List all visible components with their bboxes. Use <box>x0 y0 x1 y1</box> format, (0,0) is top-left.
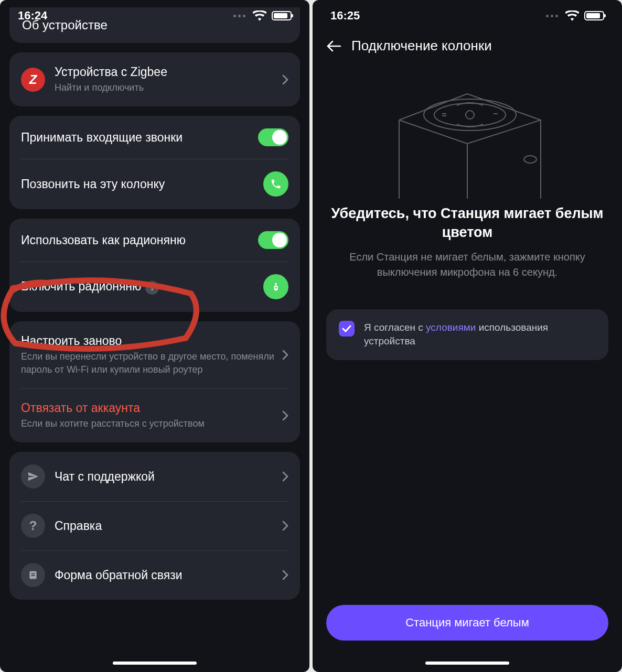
svg-point-2 <box>275 287 277 289</box>
unlink-row[interactable]: Отвязать от аккаунта Если вы хотите расс… <box>9 388 300 442</box>
zigbee-title: Устройства с Zigbee <box>55 65 278 79</box>
use-as-nanny-label: Использовать как радионяню <box>21 233 258 247</box>
unlink-sub: Если вы хотите расстаться с устройством <box>21 417 278 430</box>
zigbee-card: Z Устройства с Zigbee Найти и подключить <box>9 52 300 106</box>
svg-rect-4 <box>31 573 35 575</box>
home-indicator[interactable] <box>113 662 197 665</box>
consent-text: Я согласен с условиями использования уст… <box>364 321 596 349</box>
incoming-calls-row[interactable]: Принимать входящие звонки <box>9 116 300 159</box>
reset-title: Настроить заново <box>21 334 278 348</box>
svg-point-0 <box>275 283 277 285</box>
baby-monitor-icon <box>270 281 282 292</box>
status-bar: 16:24 <box>0 0 309 31</box>
confirm-blink-label: Станция мигает белым <box>405 616 529 630</box>
svg-point-9 <box>524 156 537 163</box>
enable-nanny-row[interactable]: Включить радионяню? <box>9 262 300 312</box>
wifi-icon <box>253 10 266 21</box>
back-arrow-icon[interactable] <box>326 40 341 52</box>
svg-point-7 <box>434 103 506 126</box>
support-chat-label: Чат с поддержкой <box>55 470 278 484</box>
reset-unlink-card: Настроить заново Если вы перенесли устро… <box>9 321 300 442</box>
phone-right-connect: 16:25 Подключение колонки Убедитесь, что… <box>313 0 622 672</box>
nanny-card: Использовать как радионяню Включить ради… <box>9 219 300 312</box>
help-row[interactable]: ? Справка <box>9 501 300 550</box>
status-time: 16:25 <box>330 9 360 23</box>
page-title: Подключение колонки <box>351 38 492 54</box>
document-icon <box>21 563 45 587</box>
phone-left-settings: 16:24 Об устройстве Z Устройства с Zigbe… <box>0 0 309 672</box>
reset-row[interactable]: Настроить заново Если вы перенесли устро… <box>9 321 300 388</box>
svg-point-8 <box>466 111 474 119</box>
cellular-dots-icon <box>546 15 558 17</box>
battery-icon <box>584 11 604 20</box>
use-as-nanny-toggle[interactable] <box>258 231 288 249</box>
wifi-icon <box>565 10 579 21</box>
zigbee-sub: Найти и подключить <box>55 81 278 94</box>
incoming-calls-toggle[interactable] <box>258 128 288 146</box>
incoming-calls-label: Принимать входящие звонки <box>21 131 258 145</box>
reset-sub: Если вы перенесли устройство в другое ме… <box>21 350 278 376</box>
phone-icon <box>270 178 282 190</box>
status-time: 16:24 <box>18 9 47 23</box>
nanny-button[interactable] <box>263 274 288 299</box>
consent-checkbox[interactable] <box>339 321 355 337</box>
battery-icon <box>272 11 292 20</box>
check-icon <box>342 325 351 332</box>
use-as-nanny-row[interactable]: Использовать как радионяню <box>9 219 300 262</box>
feedback-row[interactable]: Форма обратной связи <box>9 550 300 600</box>
cellular-dots-icon <box>233 15 245 17</box>
support-chat-row[interactable]: Чат с поддержкой <box>9 452 300 501</box>
chevron-right-icon <box>282 350 288 360</box>
instruction-title: Убедитесь, что Станция мигает белым цвет… <box>313 204 622 242</box>
home-indicator[interactable] <box>425 662 509 665</box>
zigbee-icon: Z <box>21 68 45 92</box>
send-icon <box>21 464 45 489</box>
speaker-illustration <box>368 73 567 199</box>
call-device-row[interactable]: Позвонить на эту колонку <box>9 159 300 209</box>
terms-link[interactable]: условиями <box>426 322 476 333</box>
calls-card: Принимать входящие звонки Позвонить на э… <box>9 116 300 209</box>
feedback-label: Форма обратной связи <box>55 568 278 582</box>
chevron-right-icon <box>282 410 288 421</box>
consent-row: Я согласен с условиями использования уст… <box>326 309 608 360</box>
svg-rect-5 <box>31 575 35 576</box>
chevron-right-icon <box>282 521 288 531</box>
chevron-right-icon <box>282 471 288 482</box>
status-right <box>546 10 604 21</box>
call-button[interactable] <box>263 171 288 197</box>
enable-nanny-label: Включить радионяню <box>21 279 141 293</box>
zigbee-row[interactable]: Z Устройства с Zigbee Найти и подключить <box>9 52 300 106</box>
instruction-subtitle: Если Станция не мигает белым, зажмите кн… <box>313 242 622 280</box>
status-bar: 16:25 <box>313 0 622 31</box>
chevron-right-icon <box>282 74 288 85</box>
unlink-title: Отвязать от аккаунта <box>21 401 278 415</box>
chevron-right-icon <box>282 570 288 580</box>
help-tooltip-icon[interactable]: ? <box>145 281 159 295</box>
confirm-blink-button[interactable]: Станция мигает белым <box>326 605 608 641</box>
question-icon: ? <box>21 514 45 538</box>
help-label: Справка <box>55 519 278 533</box>
status-right <box>233 10 292 21</box>
call-device-label: Позвонить на эту колонку <box>21 177 263 191</box>
support-card: Чат с поддержкой ? Справка Форма обратно… <box>9 452 300 600</box>
